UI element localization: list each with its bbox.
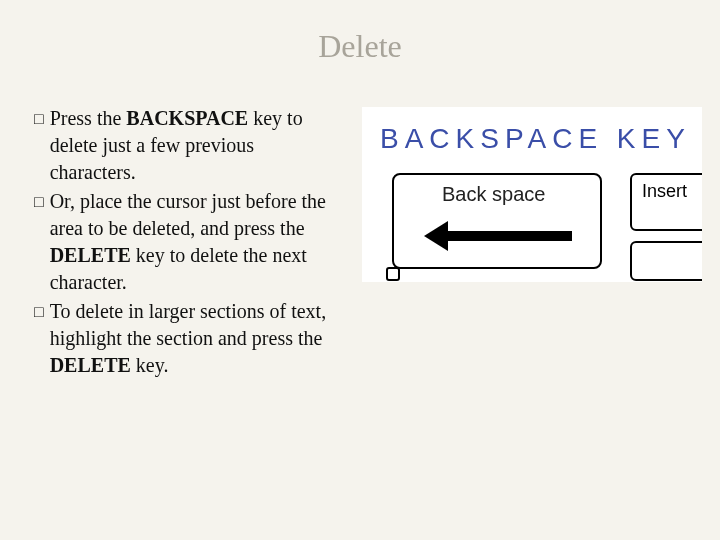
bullet-marker: □ [34,188,44,296]
partial-key-corner [386,267,400,281]
text-column: □ Press the BACKSPACE key to delete just… [34,105,344,381]
keyboard-title: BACKSPACE KEY [380,123,691,155]
bullet-marker: □ [34,105,44,186]
backspace-label: Back space [442,183,545,206]
partial-key [630,241,702,281]
insert-label: Insert [642,181,687,201]
keyboard-graphic: BACKSPACE KEY Back space Insert [362,107,702,282]
slide: Delete □ Press the BACKSPACE key to dele… [0,0,720,540]
bullet-marker: □ [34,298,44,379]
bullet-item: □ Press the BACKSPACE key to delete just… [34,105,344,186]
left-arrow-icon [424,221,574,251]
insert-key: Insert [630,173,702,231]
content-row: □ Press the BACKSPACE key to delete just… [34,105,686,381]
bullet-text: Or, place the cursor just before the are… [50,188,344,296]
backspace-key: Back space [392,173,602,269]
bullet-item: □ Or, place the cursor just before the a… [34,188,344,296]
image-column: BACKSPACE KEY Back space Insert [362,105,702,381]
bullet-text: To delete in larger sections of text, hi… [50,298,344,379]
page-title: Delete [34,28,686,65]
bullet-item: □ To delete in larger sections of text, … [34,298,344,379]
bullet-text: Press the BACKSPACE key to delete just a… [50,105,344,186]
